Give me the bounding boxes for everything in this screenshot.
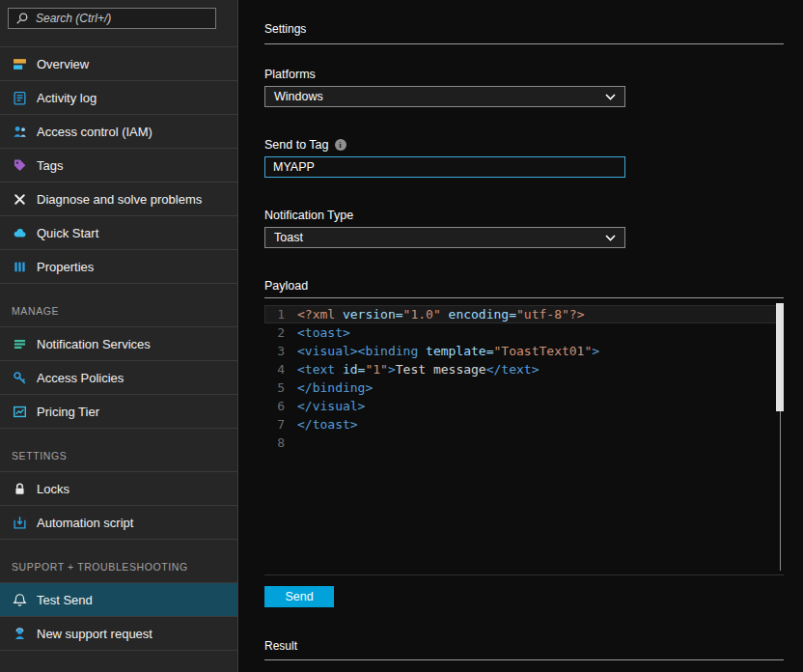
sidebar-item-activity-log[interactable]: Activity log <box>0 81 237 115</box>
sidebar-item-label: Access Policies <box>37 371 124 385</box>
sidebar-item-properties[interactable]: Properties <box>0 250 237 284</box>
sidebar-item-overview[interactable]: Overview <box>0 47 237 81</box>
access-policies-icon <box>12 371 27 385</box>
line-number: 6 <box>264 397 297 415</box>
line-number: 3 <box>264 342 297 360</box>
code-text: </binding> <box>297 378 373 397</box>
sidebar-section-settings: SETTINGS <box>0 429 237 472</box>
quick-start-icon <box>12 226 27 240</box>
chevron-down-icon <box>605 235 616 241</box>
sidebar-item-new-support-request[interactable]: New support request <box>0 617 237 651</box>
pricing-tier-icon <box>12 405 27 419</box>
code-text: </toast> <box>297 415 358 434</box>
settings-section-title: Settings <box>264 22 784 36</box>
notification-type-select[interactable]: Toast <box>264 227 625 248</box>
code-token: <?xml <box>297 307 343 322</box>
send-button[interactable]: Send <box>264 586 334 607</box>
info-icon[interactable] <box>335 139 346 151</box>
editor-scrollbar-thumb[interactable] <box>776 303 784 411</box>
code-text: </visual> <box>297 397 365 415</box>
sidebar-item-label: Locks <box>37 482 69 496</box>
sidebar-item-locks[interactable]: Locks <box>0 472 237 506</box>
code-token: > <box>388 362 396 377</box>
sidebar-item-label: Overview <box>37 57 89 71</box>
access-control-icon <box>12 125 27 139</box>
sidebar-item-label: Notification Services <box>37 337 151 351</box>
line-number: 1 <box>264 305 297 323</box>
notification-services-icon <box>12 337 27 351</box>
code-token: Test message <box>396 362 486 377</box>
section-divider <box>264 43 784 44</box>
code-text: <toast> <box>297 323 350 342</box>
sidebar-item-diagnose[interactable]: Diagnose and solve problems <box>0 182 237 216</box>
code-line[interactable]: 8 <box>264 434 784 452</box>
diagnose-tools-icon <box>12 192 27 207</box>
sidebar-item-quick-start[interactable]: Quick Start <box>0 216 237 250</box>
result-label: Result <box>264 639 784 653</box>
lock-icon <box>12 482 27 496</box>
line-number: 5 <box>264 378 297 397</box>
section-divider <box>264 659 784 660</box>
code-token: template= <box>426 344 493 358</box>
line-number: 2 <box>264 323 297 342</box>
app-window: Overview Activity log Access control (IA… <box>0 0 803 672</box>
code-token: "utf-8" <box>516 307 569 322</box>
code-token: </binding> <box>297 380 373 395</box>
platforms-select[interactable]: Windows <box>264 86 625 107</box>
overview-icon <box>12 57 27 71</box>
code-token: "1" <box>365 362 387 377</box>
payload-label: Payload <box>264 279 784 293</box>
send-to-tag-input[interactable] <box>264 156 625 178</box>
notification-type-select-value: Toast <box>274 231 303 244</box>
sidebar-item-notification-services[interactable]: Notification Services <box>0 327 237 361</box>
send-to-tag-label: Send to Tag <box>264 138 329 152</box>
search-icon <box>14 12 30 25</box>
search-input[interactable] <box>36 12 209 25</box>
platforms-select-value: Windows <box>274 90 323 103</box>
sidebar-item-label: Pricing Tier <box>37 405 99 419</box>
sidebar-item-test-send[interactable]: Test Send <box>0 583 237 617</box>
sidebar-item-label: Access control (IAM) <box>37 125 152 139</box>
code-text: <text id="1">Test message</text> <box>297 360 539 378</box>
sidebar-item-tags[interactable]: Tags <box>0 149 237 182</box>
sidebar-section-manage: MANAGE <box>0 284 237 327</box>
line-number: 7 <box>264 415 297 434</box>
automation-script-icon <box>12 516 27 530</box>
line-number: 4 <box>264 360 297 378</box>
code-line[interactable]: 7</toast> <box>264 415 784 434</box>
code-text: <visual><binding template="ToastText01"> <box>297 342 599 360</box>
code-lines: 1<?xml version="1.0" encoding="utf-8"?>2… <box>264 305 784 452</box>
code-token <box>441 307 449 322</box>
code-token: > <box>592 344 599 358</box>
sidebar-item-access-control[interactable]: Access control (IAM) <box>0 115 237 149</box>
line-number: 8 <box>264 434 297 452</box>
sidebar-section-support: SUPPORT + TROUBLESHOOTING <box>0 540 237 583</box>
code-line[interactable]: 5</binding> <box>264 378 784 397</box>
search-box[interactable] <box>8 8 216 29</box>
code-line[interactable]: 1<?xml version="1.0" encoding="utf-8"?> <box>264 305 784 323</box>
code-token: id= <box>343 362 365 377</box>
notification-type-label: Notification Type <box>264 209 784 222</box>
sidebar-item-label: Quick Start <box>37 226 98 240</box>
support-person-icon <box>12 627 27 641</box>
code-line[interactable]: 2<toast> <box>264 323 784 342</box>
sidebar-item-access-policies[interactable]: Access Policies <box>0 361 237 395</box>
sidebar-item-automation-script[interactable]: Automation script <box>0 506 237 540</box>
sidebar-item-label: New support request <box>37 627 152 641</box>
sidebar: Overview Activity log Access control (IA… <box>0 0 238 672</box>
chevron-down-icon <box>605 94 616 100</box>
code-token: </visual> <box>297 399 365 413</box>
code-token: "ToastText01" <box>494 344 593 358</box>
payload-editor[interactable]: 1<?xml version="1.0" encoding="utf-8"?>2… <box>264 298 784 575</box>
sidebar-item-pricing-tier[interactable]: Pricing Tier <box>0 395 237 429</box>
code-line[interactable]: 6</visual> <box>264 397 784 415</box>
platforms-label: Platforms <box>264 68 784 81</box>
code-token: <toast> <box>297 325 350 340</box>
code-token: version= <box>343 307 403 322</box>
sidebar-item-label: Automation script <box>37 516 133 530</box>
code-token: ?> <box>569 307 585 322</box>
code-line[interactable]: 4<text id="1">Test message</text> <box>264 360 784 378</box>
code-line[interactable]: 3<visual><binding template="ToastText01"… <box>264 342 784 360</box>
sidebar-item-label: Diagnose and solve problems <box>37 192 202 207</box>
code-token: </text> <box>486 362 540 377</box>
